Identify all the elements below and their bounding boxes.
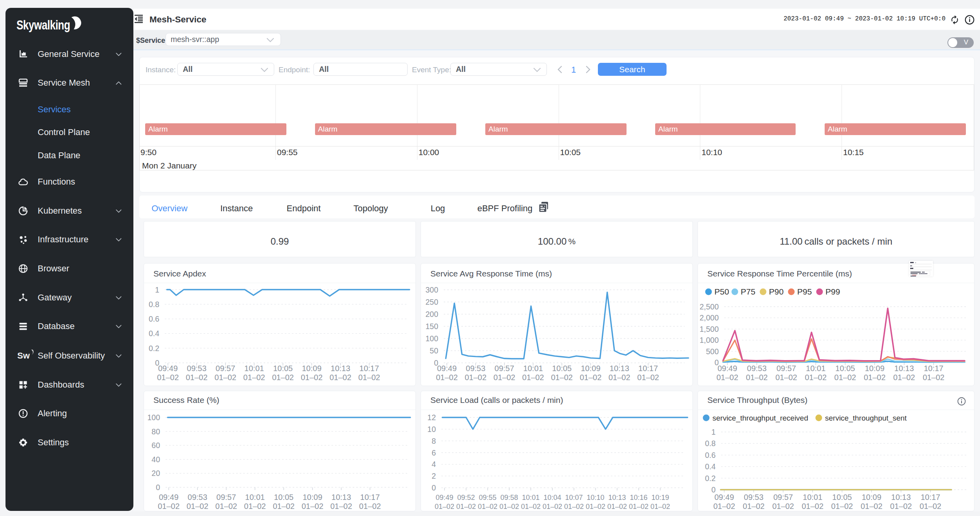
svg-text:10:01: 10:01 [803,493,822,501]
svg-text:10:13: 10:13 [891,493,911,501]
svg-text:10:17: 10:17 [638,364,658,373]
svg-text:10:19: 10:19 [651,494,669,501]
svg-text:0.8: 0.8 [705,439,716,448]
svg-text:0: 0 [432,483,436,492]
svg-text:01–02: 01–02 [359,502,381,511]
svg-text:4: 4 [432,460,436,468]
svg-text:500: 500 [706,347,719,356]
svg-text:01–02: 01–02 [608,373,630,382]
svg-text:01–02: 01–02 [893,373,915,382]
svg-text:10:05: 10:05 [835,364,855,373]
svg-text:01–02: 01–02 [272,373,294,382]
svg-text:0.2: 0.2 [149,344,159,353]
svg-text:10:13: 10:13 [608,494,626,501]
svg-text:40: 40 [151,455,160,464]
svg-text:10:01: 10:01 [523,364,543,373]
svg-text:8: 8 [432,437,436,445]
svg-text:09:49: 09:49 [159,493,179,501]
svg-text:01–02: 01–02 [301,373,323,382]
svg-text:09:49: 09:49 [718,364,737,373]
svg-text:01–02: 01–02 [273,502,295,511]
svg-text:01–02: 01–02 [543,503,562,511]
svg-text:10:09: 10:09 [581,364,600,373]
svg-text:2,000: 2,000 [699,313,719,322]
svg-text:01–02: 01–02 [864,373,886,382]
svg-text:01–02: 01–02 [586,503,605,511]
svg-text:01–02: 01–02 [158,502,180,511]
svg-text:10:05: 10:05 [274,493,293,501]
svg-text:01–02: 01–02 [713,502,735,511]
svg-text:01–02: 01–02 [564,503,584,511]
svg-text:01–02: 01–02 [834,373,856,382]
svg-text:10:17: 10:17 [359,364,379,373]
svg-text:10:13: 10:13 [332,493,351,501]
svg-text:10:09: 10:09 [302,364,321,373]
svg-text:01–02: 01–02 [890,502,912,511]
svg-text:01–02: 01–02 [243,373,265,382]
svg-text:01–02: 01–02 [456,503,476,511]
svg-text:10:05: 10:05 [273,364,293,373]
svg-text:01–02: 01–02 [244,502,266,511]
svg-text:01–02: 01–02 [805,373,827,382]
svg-text:10:05: 10:05 [552,364,572,373]
svg-text:P75: P75 [741,287,755,296]
svg-text:01–02: 01–02 [521,503,541,511]
svg-text:service_throughput_sent: service_throughput_sent [825,414,907,423]
svg-text:01–02: 01–02 [186,373,208,382]
svg-text:1: 1 [711,428,716,436]
svg-text:01–02: 01–02 [522,373,544,382]
svg-text:09:49: 09:49 [437,364,457,373]
svg-text:09:49: 09:49 [714,493,734,501]
svg-text:P90: P90 [769,287,783,296]
svg-text:09:55: 09:55 [479,494,496,501]
svg-text:09:53: 09:53 [466,364,485,373]
svg-text:01–02: 01–02 [746,373,768,382]
svg-text:0.4: 0.4 [705,462,716,471]
svg-text:09:53: 09:53 [744,493,763,501]
svg-text:10:07: 10:07 [565,494,583,501]
svg-text:09:52: 09:52 [457,494,475,501]
svg-text:10:01: 10:01 [806,364,825,373]
svg-text:10:04: 10:04 [543,494,561,501]
svg-text:01–02: 01–02 [801,502,823,511]
svg-text:09:57: 09:57 [495,364,514,373]
svg-text:150: 150 [425,322,438,331]
svg-text:09:57: 09:57 [217,493,236,501]
svg-text:P50: P50 [714,287,729,296]
svg-text:01–02: 01–02 [551,373,573,382]
svg-text:01–02: 01–02 [772,502,794,511]
svg-text:01–02: 01–02 [920,502,942,511]
svg-text:10:09: 10:09 [862,493,881,501]
svg-text:01–02: 01–02 [302,502,324,511]
svg-text:01–02: 01–02 [478,503,497,511]
svg-text:10:16: 10:16 [630,494,647,501]
svg-text:10:17: 10:17 [360,493,380,501]
svg-text:01–02: 01–02 [494,373,516,382]
svg-text:80: 80 [151,427,160,436]
svg-text:2: 2 [432,472,436,480]
svg-text:01–02: 01–02 [580,373,602,382]
svg-text:01–02: 01–02 [775,373,797,382]
svg-text:01–02: 01–02 [831,502,853,511]
svg-text:01–02: 01–02 [650,503,670,511]
svg-text:6: 6 [432,448,436,457]
svg-text:10:17: 10:17 [921,493,940,501]
svg-text:60: 60 [151,441,160,450]
svg-text:01–02: 01–02 [499,503,519,511]
svg-text:01–02: 01–02 [637,373,659,382]
svg-text:01–02: 01–02 [358,373,380,382]
svg-text:01–02: 01–02 [743,502,765,511]
svg-text:01–02: 01–02 [186,502,208,511]
svg-text:10:01: 10:01 [244,364,264,373]
svg-text:0.6: 0.6 [149,315,159,323]
svg-text:1,000: 1,000 [699,336,719,344]
svg-text:01–02: 01–02 [464,373,486,382]
svg-text:10:05: 10:05 [832,493,852,501]
svg-text:10:13: 10:13 [894,364,914,373]
svg-text:10:01: 10:01 [245,493,265,501]
svg-text:09:57: 09:57 [773,493,793,501]
svg-text:01–02: 01–02 [435,503,454,511]
svg-text:09:58: 09:58 [500,494,518,501]
svg-text:0.2: 0.2 [705,474,716,483]
svg-text:100: 100 [147,413,160,422]
